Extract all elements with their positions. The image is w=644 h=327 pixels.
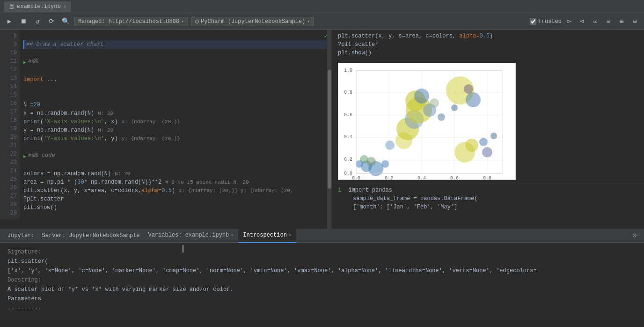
run-btn-22[interactable]: ▶ (23, 151, 26, 161)
bubble (464, 84, 473, 94)
code-line-14 (23, 84, 328, 92)
run-btn-11[interactable]: ▶ (23, 57, 26, 67)
scatter-chart-svg: 1.0 0.8 0.6 0.4 0.2 0.0 0.0 0.2 0.4 0.6 … (338, 63, 516, 180)
params-sep: ---------- (7, 305, 41, 312)
settings-icon[interactable]: ⚙ (632, 231, 636, 239)
code-line-8 (23, 32, 328, 40)
trusted-area: Trusted ⊳ ⊲ ⊡ ≡ ⊞ ⊟ (530, 16, 640, 27)
tab-variables-label: Variables: example.ipynb (148, 232, 229, 238)
bubble (414, 89, 429, 104)
toolbar-btn-t5[interactable]: ⊞ (616, 16, 627, 27)
bottom-cell: 1 import pandas sample_data_frame = pand… (332, 184, 644, 213)
code-line-20: print( 'Y-axis values:\n' , y) y: {ndarr… (23, 134, 328, 143)
editor-scrollbar[interactable] (327, 30, 332, 229)
line26-alphaval: 0.5 (161, 186, 172, 195)
docstring-label: Docstring: (7, 277, 41, 283)
minimize-icon[interactable]: — (637, 232, 640, 239)
line26-hint: x: {ndarray: (20,)} y: {ndarray: (20, (179, 186, 293, 195)
svg-text:0.4: 0.4 (344, 134, 352, 140)
url-bar[interactable]: Managed: http://localhost:8888 ▾ (74, 17, 188, 26)
code-line-12 (23, 67, 328, 75)
title-tab-label: example.ipynb (17, 3, 61, 10)
line25-num: 30 (77, 178, 84, 186)
kernel-dropdown-arrow: ▾ (307, 19, 310, 24)
toolbar-btn-t1[interactable]: ⊳ (564, 16, 575, 27)
line13-import: import (23, 75, 44, 84)
toolbar-btn-t4[interactable]: ≡ (603, 16, 614, 27)
svg-text:0.0: 0.0 (352, 176, 360, 180)
line19-hint: N: 20 (98, 126, 113, 134)
code-line-17: x = np.random.rand(N) N: 20 (23, 109, 328, 118)
line26-code: plt.scatter(x, y, s=area, c=colors, (23, 186, 141, 195)
bubble (385, 141, 395, 150)
trusted-checkbox[interactable] (530, 18, 536, 25)
line9-text: ## Draw a scatter chart (26, 40, 104, 49)
code-line-15 (23, 92, 328, 101)
code-line-13: import ... (23, 75, 328, 84)
line25-rest: * np.random.rand(N))**2 (84, 178, 162, 186)
bubble (479, 138, 488, 146)
docstring-label-line: Docstring: (7, 275, 637, 285)
toolbar-btn-restart[interactable]: ↺ (32, 16, 43, 27)
svg-text:0.4: 0.4 (417, 176, 426, 180)
toolbar-btn-stop[interactable]: ⏹ (18, 16, 29, 27)
scatter-chart: 1.0 0.8 0.6 0.4 0.2 0.0 0.0 0.2 0.4 0.6 … (338, 63, 516, 180)
code-line-16: N = 20 (23, 101, 328, 109)
toolbar-btn-run[interactable]: ▶ (4, 16, 15, 27)
title-tab[interactable]: 📓 example.ipynb ✕ (4, 1, 71, 12)
line18-hint: x: {ndarray: (20,)} (122, 118, 180, 126)
line28-code: plt.show() (23, 203, 57, 212)
tab-introspection-close[interactable]: ✕ (289, 232, 292, 238)
tab-introspection[interactable]: Introspection ✕ (238, 229, 296, 243)
signature-code: plt.scatter( (7, 258, 48, 265)
line20-print: print( (23, 134, 44, 143)
signature-line: Signature: (7, 247, 637, 257)
code-line-11: ▶ #%% (23, 57, 328, 67)
code-content: ## Draw a scatter chart ▶ #%% import ... (20, 30, 332, 222)
code-line-9: ## Draw a scatter chart (23, 40, 328, 49)
bottom-line1: import pandas (348, 187, 392, 193)
line17-hint: N: 20 (98, 109, 113, 118)
bubble (381, 160, 389, 168)
bubble (451, 104, 458, 111)
code-line-25: area = np.pi * ( 30 * np.random.rand(N))… (23, 178, 328, 186)
title-tab-close[interactable]: ✕ (64, 4, 66, 9)
bubble (465, 139, 478, 152)
params-text: ['x', 'y', 's=None', 'c=None', 'marker=N… (7, 268, 537, 274)
trusted-label: Trusted (538, 18, 562, 25)
docstring-text-line: A scatter plot of *y* vs *x* with varyin… (7, 285, 637, 294)
kernel-label: PyCharm (JupyterNotebookSample) (201, 18, 305, 25)
output-line-2: ?plt.scatter (338, 40, 638, 49)
server-label: Server: JupyterNotebookSample (38, 232, 144, 239)
toolbar-btn-t6[interactable]: ⊟ (629, 16, 640, 27)
code-line-28: plt.show() (23, 203, 328, 212)
title-bar: 📓 example.ipynb ✕ (0, 0, 644, 13)
editor-pane: 89101112 1314151617 1819202122 232425262… (0, 30, 332, 229)
code-line-19: y = np.random.rand(N) N: 20 (23, 126, 328, 134)
line27-code: ?plt.scatter (23, 195, 64, 203)
params-header-line: Parameters (7, 294, 637, 304)
line18-str: 'X-axis values:\n' (44, 118, 104, 126)
svg-text:0.0: 0.0 (344, 171, 352, 176)
output-code: plt.scatter(x, y, s=area, c=colors, alph… (332, 30, 644, 59)
line18-rest: , x) (104, 118, 118, 126)
right-pane: plt.scatter(x, y, s=area, c=colors, alph… (332, 30, 644, 229)
code-line-27: ?plt.scatter (23, 195, 328, 203)
tab-variables[interactable]: Variables: example.ipynb ✕ (143, 229, 238, 243)
line13-dots: ... (44, 75, 57, 84)
bubble (438, 113, 445, 121)
svg-text:0.6: 0.6 (344, 112, 352, 118)
bubble (466, 92, 481, 107)
toolbar-btn-t3[interactable]: ⊡ (590, 16, 601, 27)
toolbar-btn-t2[interactable]: ⊲ (577, 16, 588, 27)
line24-code: colors = np.random.rand(N) (23, 170, 111, 178)
code-line-24: colors = np.random.rand(N) N: 20 (23, 170, 328, 178)
toolbar-btn-search[interactable]: 🔍 (60, 16, 71, 27)
editor-scrollbar-thumb[interactable] (328, 70, 331, 189)
toolbar-btn-refresh[interactable]: ⟳ (46, 16, 57, 27)
main-split: 89101112 1314151617 1819202122 232425262… (0, 30, 644, 229)
kernel-bar[interactable]: PyCharm (JupyterNotebookSample) ▾ (191, 17, 314, 26)
tab-variables-close[interactable]: ✕ (231, 232, 234, 238)
code-line-26: plt.scatter(x, y, s=area, c=colors, alph… (23, 186, 328, 195)
bubble (356, 160, 363, 168)
